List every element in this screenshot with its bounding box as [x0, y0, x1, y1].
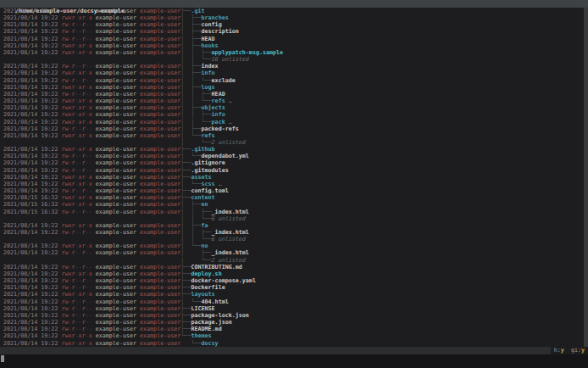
modified-date: 2021/08/14 19:22 [3, 28, 61, 35]
tree-row[interactable]: 2021/08/14 19:22rwxr-xr-xexample-userexa… [0, 332, 583, 339]
group: example-user [140, 264, 180, 270]
permissions: rw-r--r-- [61, 77, 95, 84]
tree-row[interactable]: 2021/08/14 19:22rw-r--r--example-userexa… [0, 277, 583, 284]
tree-row[interactable]: 2021/08/14 19:22rw-r--r--example-userexa… [0, 326, 583, 332]
tree-row[interactable]: 2021/08/14 19:22rwxr-xr-xexample-userexa… [0, 132, 583, 139]
tree-row[interactable]: 2021/08/14 19:22rw-r--r--example-userexa… [0, 153, 583, 159]
tree-row[interactable]: 2021/08/14 19:22rw-r--r--example-userexa… [0, 36, 583, 42]
tree-row[interactable]: 2021/08/14 19:22rwxr-xr-xexample-userexa… [0, 181, 583, 187]
tree-row[interactable]: 2021/08/14 19:22rwxr-xr-xexample-userexa… [0, 70, 583, 76]
tree-row[interactable]: 2021/08/14 19:22rwxr-xr-xexample-userexa… [0, 146, 583, 153]
tree-row[interactable]: 2021/08/15 16:32rwxr-xr-xexample-userexa… [0, 194, 583, 201]
file-tree: 2021/08/14 19:22rwxr-xr-xexample-userexa… [0, 8, 583, 347]
tree-row[interactable]: 2021/08/14 19:22rw-r--r--example-userexa… [0, 319, 583, 326]
tree-row[interactable]: 2021/08/14 19:22rwxr-xr-xexample-userexa… [0, 104, 583, 111]
tree-row[interactable]: 2021/08/14 19:22rw-r--r--example-userexa… [0, 167, 583, 174]
tree-row[interactable]: 2021/08/14 19:22rw-r--r--example-userexa… [0, 63, 583, 70]
permissions: rwxr-xr-x [61, 8, 95, 14]
group: example-user [140, 174, 180, 181]
permissions: rw-r--r-- [61, 312, 95, 319]
permissions: rwxr-xr-x [61, 49, 95, 56]
tree-row[interactable]: 2021/08/14 19:22rwxr-xr-xexample-userexa… [0, 340, 583, 347]
modified-date: 2021/08/14 19:22 [3, 291, 61, 298]
tree-row[interactable]: 2021/08/14 19:22rwxr-xr-xexample-userexa… [0, 222, 583, 229]
tree-row[interactable]: 2021/08/14 19:22rwxr-xr-xexample-userexa… [0, 8, 583, 14]
entry-name: scss [202, 181, 215, 187]
tree-row[interactable]: 2021/08/14 19:22rw-r--r--example-userexa… [0, 28, 583, 35]
permissions: rw-r--r-- [61, 264, 95, 270]
modified-date: 2021/08/14 19:22 [3, 319, 61, 326]
entry-name: _index.html [212, 229, 249, 236]
branch-glyph: │ │ └── [180, 119, 211, 125]
tree-row[interactable]: 2021/08/14 19:22rw-r--r--example-userexa… [0, 77, 583, 84]
tree-row[interactable]: 2021/08/14 19:22rwxr-xr-xexample-userexa… [0, 111, 583, 118]
owner: example-user [96, 284, 140, 291]
entry-name: HEAD [212, 91, 225, 98]
tree-row-unlisted[interactable]: │ │ └──6 unlisted [0, 215, 583, 222]
tree-row[interactable]: 2021/08/14 19:22rw-r--r--example-userexa… [0, 229, 583, 236]
tree-row[interactable]: 2021/08/14 19:22rwxr-xr-xexample-userexa… [0, 98, 583, 104]
tree-row[interactable]: 2021/08/14 19:22rw-r--r--example-userexa… [0, 284, 583, 291]
tree-row-unlisted[interactable]: │ └──2 unlisted [0, 257, 583, 264]
modified-date: 2021/08/14 19:22 [3, 340, 61, 347]
group: example-user [140, 326, 180, 332]
branch-glyph: │ │ └── [180, 215, 211, 222]
tree-row-unlisted[interactable]: │ │ └──6 unlisted [0, 236, 583, 243]
modified-date: 2021/08/14 19:22 [3, 36, 61, 42]
owner: example-user [96, 249, 140, 256]
tree-row-unlisted[interactable]: │ └──2 unlisted [0, 139, 583, 146]
owner: example-user [96, 63, 140, 70]
tree-row[interactable]: 2021/08/14 19:22rw-r--r--example-userexa… [0, 305, 583, 312]
group: example-user [140, 319, 180, 326]
tree-row[interactable]: 2021/08/14 19:22rwxr-xr-xexample-userexa… [0, 14, 583, 21]
owner: example-user [96, 146, 140, 153]
tree-row[interactable]: 2021/08/14 19:22rw-r--r--example-userexa… [0, 159, 583, 166]
branch-glyph: │ │ └── [180, 56, 211, 63]
modified-date: 2021/08/14 19:22 [3, 111, 61, 118]
owner: example-user [96, 243, 140, 249]
tree-row[interactable]: 2021/08/15 16:32rw-r--r--example-userexa… [0, 209, 583, 215]
group: example-user [140, 91, 180, 98]
tree-row[interactable]: 2021/08/14 19:22rw-r--r--example-userexa… [0, 125, 583, 132]
tree-row-unlisted[interactable]: │ │ └──10 unlisted [0, 56, 583, 63]
tree-row[interactable]: 2021/08/14 19:22rw-r--r--example-userexa… [0, 249, 583, 256]
entry-name: .git [191, 8, 204, 14]
entry-name: layouts [191, 291, 214, 298]
tree-row[interactable]: 2021/08/14 19:22rw-r--r--example-userexa… [0, 91, 583, 98]
flag-label: gi: [571, 347, 581, 354]
permissions: rw-r--r-- [61, 249, 95, 256]
tree-row[interactable]: 2021/08/14 19:22rw-r--r--example-userexa… [0, 298, 583, 305]
permissions: rwxr-xr-x [61, 132, 95, 139]
search-input[interactable] [0, 354, 588, 368]
tree-row[interactable]: 2021/08/14 19:22rwxr-xr-xexample-userexa… [0, 243, 583, 249]
tree-row[interactable]: 2021/08/14 19:22rwxr-xr-xexample-userexa… [0, 49, 583, 56]
branch-glyph: ├── [180, 270, 191, 277]
group: example-user [140, 77, 180, 84]
tree-row[interactable]: 2021/08/14 19:22rwxr-xr-xexample-userexa… [0, 42, 583, 49]
entry-name: info [212, 111, 225, 118]
permissions: rw-r--r-- [61, 326, 95, 332]
permissions: rwxr-xr-x [61, 194, 95, 201]
permissions: rw-r--r-- [61, 167, 95, 174]
group: example-user [140, 298, 180, 305]
branch-glyph: ├── [180, 277, 191, 284]
permissions: rwxr-xr-x [61, 222, 95, 229]
tree-row[interactable]: 2021/08/14 19:22rw-r--r--example-userexa… [0, 187, 583, 194]
tree-row[interactable]: 2021/08/14 19:22rw-r--r--example-userexa… [0, 312, 583, 319]
scrollbar[interactable] [584, 8, 588, 347]
permissions: rwxr-xr-x [61, 104, 95, 111]
tree-row[interactable]: 2021/08/14 19:22rwxr-xr-xexample-userexa… [0, 84, 583, 91]
owner: example-user [96, 119, 140, 125]
entry-name: description [202, 28, 239, 35]
tree-row[interactable]: 2021/08/14 19:22rwxr-xr-xexample-userexa… [0, 174, 583, 181]
tree-row[interactable]: 2021/08/14 19:22rwxr-xr-xexample-userexa… [0, 270, 583, 277]
tree-row[interactable]: 2021/08/14 19:22rwxr-xr-xexample-userexa… [0, 291, 583, 298]
tree-row[interactable]: 2021/08/14 19:22rw-r--r--example-userexa… [0, 21, 583, 28]
owner: example-user [96, 125, 140, 132]
tree-row[interactable]: 2021/08/15 16:32rwxr-xr-xexample-userexa… [0, 201, 583, 208]
modified-date: 2021/08/14 19:22 [3, 42, 61, 49]
tree-row[interactable]: 2021/08/14 19:22rwxr-xr-xexample-userexa… [0, 119, 583, 125]
permissions: rwxr-xr-x [61, 270, 95, 277]
tree-row[interactable]: 2021/08/14 19:22rw-r--r--example-userexa… [0, 264, 583, 270]
modified-date: 2021/08/14 19:22 [3, 326, 61, 332]
